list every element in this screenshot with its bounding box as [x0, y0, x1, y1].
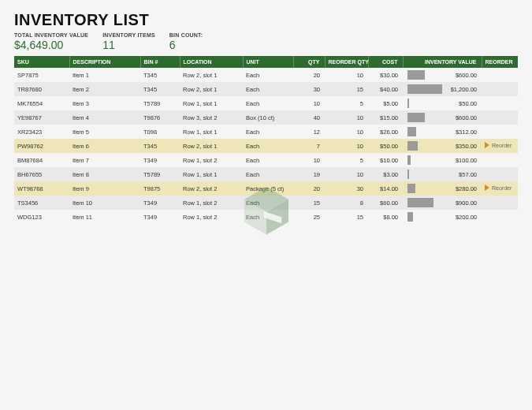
table-row[interactable]: WT98768Item 9T9875Row 2, slot 2Package (… — [14, 181, 518, 196]
cell-location[interactable]: Row 2, slot 1 — [180, 139, 243, 153]
col-sku[interactable]: SKU — [14, 56, 69, 68]
cell-qty[interactable]: 10 — [293, 153, 325, 167]
cell-inventory-value[interactable]: $50.00 — [403, 96, 482, 110]
cell-unit[interactable]: Each — [243, 210, 293, 224]
cell-reorder-qty[interactable]: 5 — [325, 153, 368, 167]
col-inventory-value[interactable]: INVENTORY VALUE — [403, 56, 482, 68]
cell-bin[interactable]: T349 — [140, 196, 180, 210]
cell-qty[interactable]: 20 — [293, 68, 325, 82]
cell-inventory-value[interactable]: $57.00 — [403, 167, 482, 181]
table-row[interactable]: SP7875Item 1T345Row 2, slot 1Each2010$30… — [14, 68, 518, 82]
table-row[interactable]: XR23423Item 5T098Row 1, slot 1Each1210$2… — [14, 125, 518, 139]
cell-sku[interactable]: XR23423 — [14, 125, 69, 139]
cell-unit[interactable]: Each — [243, 96, 293, 110]
cell-unit[interactable]: Each — [243, 167, 293, 181]
cell-qty[interactable]: 19 — [293, 167, 325, 181]
cell-inventory-value[interactable]: $600.00 — [403, 68, 482, 82]
cell-bin[interactable]: T9876 — [140, 110, 180, 125]
cell-sku[interactable]: TS3456 — [14, 196, 69, 210]
cell-unit[interactable]: Each — [243, 82, 293, 96]
cell-inventory-value[interactable]: $312.00 — [403, 125, 482, 139]
cell-description[interactable]: Item 10 — [69, 196, 140, 210]
col-qty[interactable]: QTY — [293, 56, 325, 68]
cell-location[interactable]: Row 1, slot 1 — [180, 96, 243, 110]
cell-bin[interactable]: T5789 — [140, 96, 180, 110]
cell-sku[interactable]: WT98768 — [14, 181, 69, 196]
cell-cost[interactable]: $60.00 — [368, 196, 403, 210]
cell-inventory-value[interactable]: $280.00 — [403, 181, 482, 196]
cell-unit[interactable]: Each — [243, 125, 293, 139]
col-location[interactable]: LOCATION — [180, 56, 243, 68]
cell-unit[interactable]: Each — [243, 153, 293, 167]
cell-qty[interactable]: 30 — [293, 82, 325, 96]
cell-sku[interactable]: BH67655 — [14, 167, 69, 181]
cell-inventory-value[interactable]: $1,200.00 — [403, 82, 482, 96]
cell-sku[interactable]: MK76554 — [14, 96, 69, 110]
cell-location[interactable]: Row 2, slot 2 — [180, 181, 243, 196]
cell-bin[interactable]: T345 — [140, 68, 180, 82]
cell-location[interactable]: Row 2, slot 1 — [180, 68, 243, 82]
cell-reorder-qty[interactable]: 15 — [325, 210, 368, 224]
cell-sku[interactable]: YE98767 — [14, 110, 69, 125]
cell-unit[interactable]: Package (5 ct) — [243, 181, 293, 196]
cell-reorder-qty[interactable]: 15 — [325, 82, 368, 96]
cell-description[interactable]: Item 11 — [69, 210, 140, 224]
cell-description[interactable]: Item 3 — [69, 96, 140, 110]
table-row[interactable]: MK76554Item 3T5789Row 1, slot 1Each105$5… — [14, 96, 518, 110]
cell-location[interactable]: Row 2, slot 1 — [180, 82, 243, 96]
cell-description[interactable]: Item 7 — [69, 153, 140, 167]
cell-sku[interactable]: TR87680 — [14, 82, 69, 96]
cell-description[interactable]: Item 4 — [69, 110, 140, 125]
cell-bin[interactable]: T345 — [140, 82, 180, 96]
cell-location[interactable]: Row 1, slot 1 — [180, 125, 243, 139]
cell-bin[interactable]: T349 — [140, 210, 180, 224]
cell-location[interactable]: Row 3, slot 2 — [180, 110, 243, 125]
col-unit[interactable]: UNIT — [243, 56, 293, 68]
cell-reorder-qty[interactable]: 10 — [325, 68, 368, 82]
cell-location[interactable]: Row 1, slot 2 — [180, 210, 243, 224]
cell-reorder-qty[interactable]: 8 — [325, 196, 368, 210]
cell-unit[interactable]: Box (10 ct) — [243, 110, 293, 125]
col-bin[interactable]: BIN # — [140, 56, 180, 68]
cell-reorder[interactable]: Reorder — [482, 139, 518, 153]
cell-description[interactable]: Item 5 — [69, 125, 140, 139]
cell-unit[interactable]: Each — [243, 68, 293, 82]
cell-cost[interactable]: $40.00 — [368, 82, 403, 96]
table-row[interactable]: YE98767Item 4T9876Row 3, slot 2Box (10 c… — [14, 110, 518, 125]
cell-inventory-value[interactable]: $350.00 — [403, 139, 482, 153]
cell-unit[interactable]: Each — [243, 139, 293, 153]
table-row[interactable]: WDG123Item 11T349Row 1, slot 2Each2515$8… — [14, 210, 518, 224]
cell-description[interactable]: Item 1 — [69, 68, 140, 82]
cell-location[interactable]: Row 1, slot 2 — [180, 153, 243, 167]
cell-reorder-qty[interactable]: 10 — [325, 125, 368, 139]
cell-reorder[interactable] — [482, 167, 518, 181]
cell-qty[interactable]: 40 — [293, 110, 325, 125]
cell-sku[interactable]: WDG123 — [14, 210, 69, 224]
cell-reorder-qty[interactable]: 10 — [325, 139, 368, 153]
table-row[interactable]: TR87680Item 2T345Row 2, slot 1Each3015$4… — [14, 82, 518, 96]
cell-inventory-value[interactable]: $200.00 — [403, 210, 482, 224]
cell-cost[interactable]: $30.00 — [368, 68, 403, 82]
cell-reorder[interactable] — [482, 110, 518, 125]
cell-qty[interactable]: 25 — [293, 210, 325, 224]
cell-reorder[interactable] — [482, 153, 518, 167]
cell-location[interactable]: Row 1, slot 1 — [180, 167, 243, 181]
cell-bin[interactable]: T5789 — [140, 167, 180, 181]
col-reorder[interactable]: REORDER — [482, 56, 518, 68]
table-row[interactable]: TS3456Item 10T349Row 1, slot 2Each158$60… — [14, 196, 518, 210]
cell-description[interactable]: Item 9 — [69, 181, 140, 196]
cell-qty[interactable]: 15 — [293, 196, 325, 210]
cell-unit[interactable]: Each — [243, 196, 293, 210]
table-row[interactable]: BH67655Item 8T5789Row 1, slot 1Each1910$… — [14, 167, 518, 181]
cell-description[interactable]: Item 2 — [69, 82, 140, 96]
cell-reorder-qty[interactable]: 30 — [325, 181, 368, 196]
cell-reorder[interactable] — [482, 210, 518, 224]
cell-reorder-qty[interactable]: 10 — [325, 110, 368, 125]
cell-location[interactable]: Row 1, slot 2 — [180, 196, 243, 210]
col-reorder-qty[interactable]: REORDER QTY — [325, 56, 368, 68]
cell-reorder-qty[interactable]: 5 — [325, 96, 368, 110]
col-cost[interactable]: COST — [368, 56, 403, 68]
cell-reorder[interactable] — [482, 68, 518, 82]
cell-bin[interactable]: T349 — [140, 153, 180, 167]
cell-bin[interactable]: T098 — [140, 125, 180, 139]
